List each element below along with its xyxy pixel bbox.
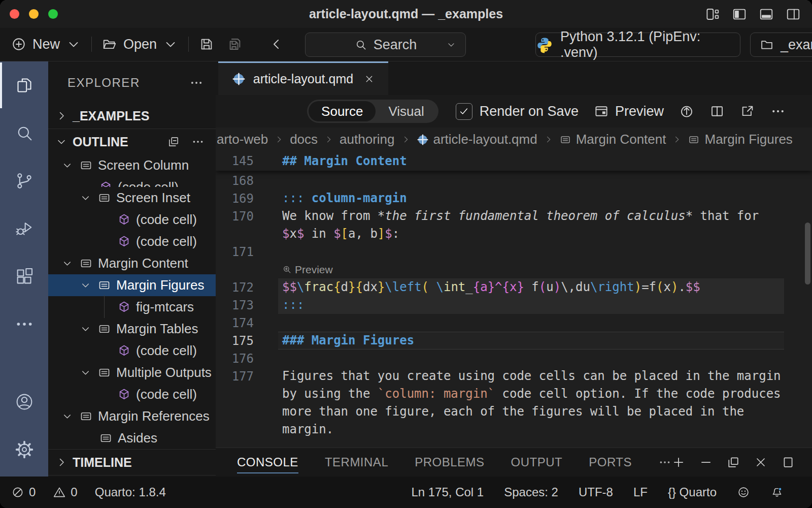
interpreter-selector[interactable]: Python 3.12.1 (PipEnv: .venv) <box>535 33 740 57</box>
publish-icon[interactable] <box>679 104 694 119</box>
panel-tab-output[interactable]: OUTPUT <box>511 448 563 477</box>
breadcrumb-item[interactable]: Margin Content <box>559 132 666 147</box>
status-quarto-version[interactable]: Quarto: 1.8.4 <box>95 485 166 499</box>
activity-explorer[interactable] <box>0 61 48 109</box>
breadcrumb-item[interactable]: docs <box>290 132 318 147</box>
breadcrumb-item[interactable]: arto-web <box>217 132 268 147</box>
navigate-back-button[interactable] <box>269 37 284 52</box>
code-text[interactable] <box>278 314 784 332</box>
search-input[interactable]: Search <box>305 33 466 57</box>
code-line[interactable]: 174 <box>216 314 812 332</box>
code-text[interactable]: more than one figure, each of the figure… <box>278 403 784 421</box>
breadcrumb-item[interactable]: Margin Figures <box>688 132 792 147</box>
render-on-save-toggle[interactable]: Render on Save <box>456 103 579 120</box>
collapse-button[interactable] <box>699 455 713 469</box>
status-cursor-position[interactable]: Ln 175, Col 1 <box>411 485 484 499</box>
status-language-mode[interactable]: {} Quarto <box>668 485 717 499</box>
code-text[interactable]: by using the `column: margin` code cell … <box>278 385 784 403</box>
outline-item[interactable]: Margin References <box>48 405 216 427</box>
more-actions-icon[interactable] <box>189 76 204 90</box>
sidebar-section-outline[interactable]: OUTLINE <box>48 129 216 154</box>
outline-item[interactable]: Margin Tables <box>48 318 216 340</box>
code-text[interactable]: $$\frac{d}{dx}\left( \int_{a}^{x} f(u)\,… <box>278 278 784 296</box>
sticky-scroll-line[interactable]: 145 ## Margin Content <box>216 151 812 171</box>
code-text[interactable]: ::: column-margin <box>278 189 784 207</box>
save-all-button[interactable] <box>227 37 243 52</box>
code-text[interactable] <box>278 172 784 189</box>
activity-search[interactable] <box>0 109 48 157</box>
outline-item[interactable]: (code cell) <box>48 209 216 231</box>
breadcrumb-item[interactable]: article-layout.qmd <box>417 132 537 147</box>
outline-item[interactable]: Screen Column <box>48 154 216 176</box>
code-text[interactable] <box>278 350 784 367</box>
outline-item[interactable]: (code cell) <box>48 176 216 187</box>
new-button[interactable]: New <box>11 37 81 52</box>
preview-button[interactable]: Preview <box>594 104 664 119</box>
code-text[interactable]: ### Margin Figures <box>278 332 784 350</box>
code-line[interactable]: 176 <box>216 350 812 367</box>
code-line[interactable]: 169::: column-margin <box>216 189 812 207</box>
tab-article-layout[interactable]: article-layout.qmd <box>218 61 388 95</box>
outline-item[interactable]: Asides <box>48 427 216 449</box>
add-button[interactable] <box>671 455 686 469</box>
outline-item[interactable]: (code cell) <box>48 340 216 362</box>
sidebar-section-examples[interactable]: _EXAMPLES <box>48 103 216 129</box>
checkbox-checked[interactable] <box>456 103 472 120</box>
toggle-panel-button[interactable] <box>759 7 774 22</box>
code-text[interactable]: Preview <box>278 261 784 278</box>
code-text[interactable] <box>278 243 784 261</box>
toggle-secondary-sidebar-button[interactable] <box>786 7 801 22</box>
code-line[interactable]: 177Figures that you create using code ce… <box>216 367 812 385</box>
code-line[interactable]: by using the `column: margin` code cell … <box>216 385 812 403</box>
code-line[interactable]: 172$$\frac{d}{dx}\left( \int_{a}^{x} f(u… <box>216 278 812 296</box>
status-feedback[interactable] <box>737 486 750 499</box>
activity-more-actions[interactable] <box>0 300 48 348</box>
save-button[interactable] <box>199 37 214 52</box>
status-encoding[interactable]: UTF-8 <box>579 485 613 499</box>
activity-settings[interactable] <box>0 426 48 473</box>
code-line[interactable]: 175### Margin Figures <box>216 332 812 350</box>
activity-account[interactable] <box>0 378 48 426</box>
split-editor-icon[interactable] <box>709 104 725 119</box>
source-mode-button[interactable]: Source <box>309 101 376 121</box>
activity-extensions[interactable] <box>0 252 48 300</box>
outline-item[interactable]: Margin Content <box>48 252 216 274</box>
more-actions-icon[interactable] <box>191 135 205 148</box>
open-button[interactable]: Open <box>102 37 178 52</box>
code-line[interactable]: more than one figure, each of the figure… <box>216 403 812 421</box>
outline-item[interactable]: Screen Inset <box>48 187 216 209</box>
close-panel-button[interactable] <box>754 455 768 469</box>
outline-item[interactable]: (code cell) <box>48 384 216 405</box>
code-line[interactable]: 170We know from *the first fundamental t… <box>216 207 812 225</box>
code-text[interactable]: We know from *the first fundamental theo… <box>278 207 784 225</box>
code-line[interactable]: $x$ in $[a, b]$: <box>216 225 812 243</box>
more-actions-icon[interactable] <box>770 104 786 119</box>
panel-tab-problems[interactable]: PROBLEMS <box>415 448 484 477</box>
activity-run-debug[interactable] <box>0 205 48 252</box>
maximize-panel-button[interactable] <box>781 455 795 469</box>
code-line[interactable]: 173::: <box>216 296 812 314</box>
toggle-primary-sidebar-button[interactable] <box>732 7 747 22</box>
customize-layout-button[interactable] <box>705 7 720 22</box>
code-text[interactable]: $x$ in $[a, b]$: <box>278 225 784 243</box>
editor-scrollbar[interactable] <box>805 223 810 284</box>
panel-tab-ports[interactable]: PORTS <box>589 448 632 477</box>
outline-item[interactable]: Multiple Outputs <box>48 362 216 384</box>
panel-tab-console[interactable]: CONSOLE <box>237 448 298 477</box>
panel-tab-terminal[interactable]: TERMINAL <box>325 448 388 477</box>
code-text[interactable]: ::: <box>278 296 784 314</box>
breadcrumb-item[interactable]: authoring <box>340 132 394 147</box>
outline-item[interactable]: fig-mtcars <box>48 296 216 318</box>
code-line[interactable]: 171 <box>216 243 812 261</box>
codelens-line[interactable]: Preview <box>216 261 812 278</box>
outline-item[interactable]: (code cell) <box>48 231 216 252</box>
status-indentation[interactable]: Spaces: 2 <box>504 485 558 499</box>
status-eol[interactable]: LF <box>633 485 648 499</box>
code-line[interactable]: 168 <box>216 172 812 189</box>
status-errors[interactable]: 0 <box>11 485 36 499</box>
sidebar-section-timeline[interactable]: TIMELINE <box>48 449 216 475</box>
collapse-all-icon[interactable] <box>167 135 180 148</box>
close-tab-icon[interactable] <box>364 74 375 84</box>
code-editor[interactable]: 145 ## Margin Content 168169::: column-m… <box>216 151 812 448</box>
outline-item[interactable]: Margin Figures <box>48 274 216 296</box>
